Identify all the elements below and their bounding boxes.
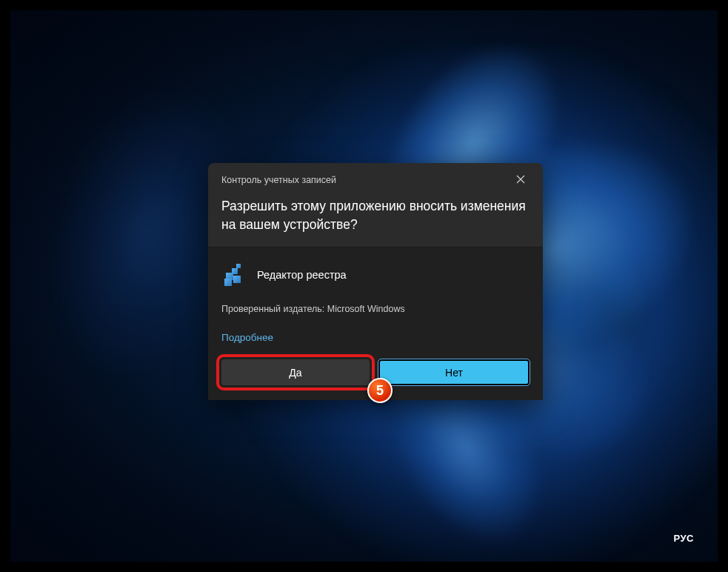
regedit-icon: [221, 262, 247, 287]
annotation-step-badge: 5: [367, 378, 393, 403]
app-info-row: Редактор реестра: [221, 262, 530, 287]
close-icon: [516, 175, 525, 184]
yes-button-container: Да: [221, 359, 370, 385]
language-indicator[interactable]: РУС: [674, 533, 694, 544]
dialog-body: Редактор реестра Проверенный издатель: M…: [208, 247, 543, 359]
close-button[interactable]: [512, 173, 530, 187]
show-more-link[interactable]: Подробнее: [221, 332, 530, 343]
yes-button[interactable]: Да: [221, 359, 370, 385]
dialog-question: Разрешить этому приложению вносить измен…: [208, 193, 543, 247]
uac-dialog: Контроль учетных записей Разрешить этому…: [208, 163, 543, 400]
dialog-title: Контроль учетных записей: [221, 175, 336, 185]
publisher-label: Проверенный издатель: Microsoft Windows: [221, 304, 530, 314]
dialog-header: Контроль учетных записей: [208, 163, 543, 193]
no-button[interactable]: Нет: [378, 359, 530, 385]
desktop-background: Контроль учетных записей Разрешить этому…: [10, 10, 718, 562]
app-name: Редактор реестра: [257, 269, 347, 281]
